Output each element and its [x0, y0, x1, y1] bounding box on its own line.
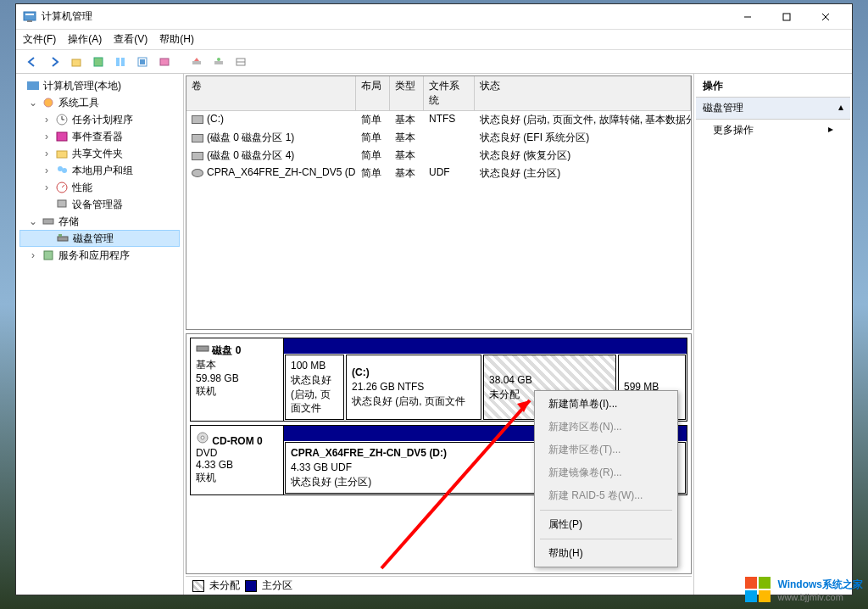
svg-rect-14 — [192, 61, 201, 64]
collapse-icon: ▴ — [838, 101, 843, 115]
legend-primary-label: 主分区 — [262, 578, 292, 593]
legend: 未分配 主分区 — [186, 576, 692, 595]
chevron-right-icon: ▸ — [828, 123, 833, 137]
menu-action[interactable]: 操作(A) — [68, 32, 102, 47]
svg-rect-35 — [197, 346, 209, 351]
disk-0-header-stripe — [284, 338, 687, 354]
partition-c[interactable]: (C:)21.26 GB NTFS状态良好 (启动, 页面文件 — [346, 355, 481, 420]
svg-rect-10 — [121, 58, 125, 66]
up-button[interactable] — [67, 53, 86, 71]
tree-performance[interactable]: ›性能 — [19, 179, 180, 196]
ctx-new-mirrored-volume: 新建镜像卷(R)... — [537, 461, 676, 484]
tree-event-viewer[interactable]: ›事件查看器 — [19, 128, 180, 145]
toolbar — [16, 50, 852, 74]
svg-rect-15 — [214, 61, 223, 64]
ctx-properties[interactable]: 属性(P) — [537, 513, 676, 536]
tree-system-tools[interactable]: ⌄系统工具 — [19, 94, 180, 111]
svg-rect-41 — [759, 577, 771, 589]
volume-row[interactable]: (磁盘 0 磁盘分区 4)简单基本状态良好 (恢复分区) — [186, 147, 691, 165]
volume-row[interactable]: (C:)简单基本NTFS状态良好 (启动, 页面文件, 故障转储, 基本数据分 — [186, 111, 691, 129]
actions-title: 操作 — [696, 75, 850, 98]
windows-logo-icon — [743, 575, 772, 604]
tree-device-manager[interactable]: 设备管理器 — [19, 196, 180, 213]
svg-rect-30 — [58, 200, 66, 207]
svg-rect-40 — [745, 577, 757, 589]
col-layout[interactable]: 布局 — [356, 76, 390, 110]
tree-pane[interactable]: 计算机管理(本地) ⌄系统工具 ›任务计划程序 ›事件查看器 ›共享文件夹 ›本… — [16, 74, 184, 595]
svg-point-37 — [201, 436, 204, 439]
tree-services-apps[interactable]: ›服务和应用程序 — [19, 247, 180, 264]
menu-view[interactable]: 查看(V) — [114, 32, 147, 47]
ctx-new-raid5-volume: 新建 RAID-5 卷(W)... — [537, 484, 676, 507]
ctx-new-striped-volume: 新建带区卷(T)... — [537, 439, 676, 461]
close-button[interactable] — [806, 4, 845, 30]
volume-row[interactable]: (磁盘 0 磁盘分区 1)简单基本状态良好 (EFI 系统分区) — [186, 129, 691, 147]
col-fs[interactable]: 文件系统 — [424, 76, 475, 110]
tb-btn-10[interactable] — [231, 53, 250, 71]
watermark: Windows系统之家 www.bjjmlv.com — [743, 575, 863, 604]
tree-shared-folders[interactable]: ›共享文件夹 — [19, 145, 180, 162]
svg-rect-19 — [27, 81, 39, 90]
svg-rect-4 — [783, 14, 790, 20]
partition-efi[interactable]: 100 MB状态良好 (启动, 页面文件 — [285, 355, 344, 420]
tree-root[interactable]: 计算机管理(本地) — [19, 77, 180, 94]
svg-line-29 — [62, 185, 64, 187]
menu-file[interactable]: 文件(F) — [23, 32, 56, 47]
legend-unallocated-swatch — [192, 580, 204, 592]
minimize-button[interactable] — [728, 4, 767, 30]
disk-icon — [196, 344, 209, 354]
refresh-button[interactable] — [133, 53, 152, 71]
svg-rect-9 — [116, 58, 120, 66]
actions-more[interactable]: 更多操作▸ — [696, 120, 850, 141]
forward-button[interactable] — [45, 53, 64, 71]
tb-btn-8[interactable] — [187, 53, 206, 71]
svg-rect-32 — [58, 237, 68, 241]
svg-rect-7 — [72, 59, 81, 66]
ctx-help[interactable]: 帮助(H) — [537, 542, 676, 565]
tree-storage[interactable]: ⌄存储 — [19, 213, 180, 230]
svg-rect-1 — [25, 14, 34, 15]
col-status[interactable]: 状态 — [475, 76, 691, 110]
svg-rect-43 — [759, 590, 771, 602]
tb-btn-7[interactable] — [155, 53, 174, 71]
actions-group-disk-management[interactable]: 磁盘管理▴ — [696, 98, 850, 120]
back-button[interactable] — [23, 53, 42, 71]
menubar: 文件(F) 操作(A) 查看(V) 帮助(H) — [16, 30, 852, 50]
svg-rect-33 — [58, 234, 62, 237]
cdrom-0-info: CD-ROM 0 DVD 4.33 GB 联机 — [191, 426, 284, 494]
legend-unallocated-label: 未分配 — [209, 578, 240, 593]
tb-btn-9[interactable] — [209, 53, 228, 71]
svg-rect-12 — [140, 59, 145, 64]
svg-point-20 — [44, 98, 53, 107]
svg-rect-2 — [27, 20, 32, 22]
show-hide-button[interactable] — [89, 53, 108, 71]
window-title: 计算机管理 — [42, 9, 92, 24]
tree-disk-management[interactable]: 磁盘管理 — [19, 230, 180, 247]
properties-button[interactable] — [111, 53, 130, 71]
tree-task-scheduler[interactable]: ›任务计划程序 — [19, 111, 180, 128]
svg-point-16 — [217, 58, 220, 61]
svg-rect-24 — [57, 132, 67, 141]
context-menu: 新建简单卷(I)... 新建跨区卷(N)... 新建带区卷(T)... 新建镜像… — [534, 390, 678, 567]
volume-row[interactable]: CPRA_X64FRE_ZH-CN_DV5 (D:)简单基本UDF状态良好 (主… — [186, 165, 691, 182]
ctx-separator — [540, 539, 672, 539]
col-type[interactable]: 类型 — [390, 76, 424, 110]
ctx-new-simple-volume[interactable]: 新建简单卷(I)... — [537, 393, 676, 416]
ctx-new-spanned-volume: 新建跨区卷(N)... — [537, 416, 676, 439]
tree-local-users[interactable]: ›本地用户和组 — [19, 162, 180, 179]
svg-rect-13 — [160, 59, 169, 65]
volume-list-header: 卷 布局 类型 文件系统 状态 — [186, 76, 691, 111]
svg-rect-0 — [24, 12, 36, 20]
legend-primary-swatch — [245, 580, 257, 592]
actions-pane: 操作 磁盘管理▴ 更多操作▸ — [694, 74, 852, 595]
disk-0-info: 磁盘 0 基本 59.98 GB 联机 — [191, 338, 284, 421]
svg-rect-8 — [94, 58, 103, 66]
volume-list[interactable]: 卷 布局 类型 文件系统 状态 (C:)简单基本NTFS状态良好 (启动, 页面… — [186, 75, 692, 330]
cdrom-icon — [196, 431, 209, 444]
titlebar: 计算机管理 — [16, 4, 852, 30]
col-volume[interactable]: 卷 — [186, 76, 356, 110]
maximize-button[interactable] — [767, 4, 806, 30]
menu-help[interactable]: 帮助(H) — [159, 32, 194, 47]
svg-rect-34 — [44, 251, 53, 260]
app-icon — [23, 10, 36, 24]
